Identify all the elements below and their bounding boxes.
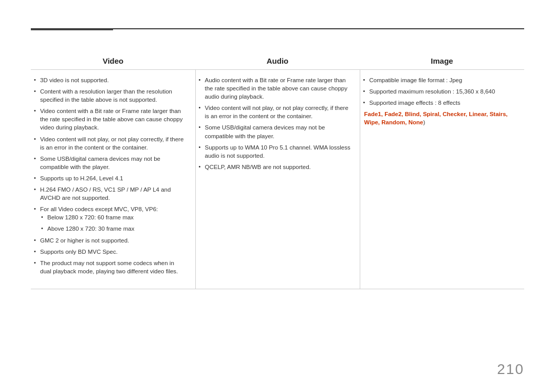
video-content: 3D video is not supported. Content with …	[31, 70, 195, 289]
list-item: QCELP, AMR NB/WB are not supported.	[198, 163, 351, 171]
list-item: H.264 FMO / ASO / RS, VC1 SP / MP / AP L…	[33, 185, 187, 202]
list-item: The product may not support some codecs …	[33, 259, 187, 275]
sub-list-item: Below 1280 x 720: 60 frame max	[40, 213, 187, 221]
list-item: Some USB/digital camera devices may not …	[198, 123, 351, 140]
list-item: Supports up to WMA 10 Pro 5.1 channel. W…	[198, 143, 351, 160]
image-effects-text: Fade1, Fade2, Blind, Spiral, Checker, Li…	[362, 110, 516, 126]
list-item: Supports only BD MVC Spec.	[33, 248, 187, 256]
sub-list: Below 1280 x 720: 60 frame max Above 128…	[40, 213, 187, 233]
image-header: Image	[360, 57, 524, 70]
list-item: Compatible image file format : Jpeg	[362, 76, 516, 84]
page-number: 210	[497, 361, 524, 378]
list-item: 3D video is not supported.	[33, 76, 187, 84]
list-item: GMC 2 or higher is not supported.	[33, 236, 187, 245]
audio-header: Audio	[195, 57, 360, 70]
image-list: Compatible image file format : Jpeg Supp…	[362, 76, 516, 107]
list-item: For all Video codecs except MVC, VP8, VP…	[33, 205, 187, 233]
list-item: Content with a resolution larger than th…	[33, 87, 187, 104]
list-item: Video content will not play, or not play…	[33, 135, 187, 152]
list-item: Supports up to H.264, Level 4.1	[33, 174, 187, 182]
list-item: Audio content with a Bit rate or Frame r…	[198, 76, 351, 101]
list-item: Video content will not play, or not play…	[198, 104, 351, 120]
content-area: Video Audio Image 3D video is not suppor…	[31, 57, 524, 289]
page-container: Video Audio Image 3D video is not suppor…	[0, 0, 555, 392]
audio-content: Audio content with a Bit rate or Frame r…	[195, 70, 360, 289]
image-effects-suffix: )	[423, 119, 425, 125]
list-item: Supported image effects : 8 effects	[362, 99, 516, 107]
video-list: 3D video is not supported. Content with …	[33, 76, 187, 275]
main-table: Video Audio Image 3D video is not suppor…	[31, 57, 524, 289]
list-item: Some USB/digital camera devices may not …	[33, 155, 187, 171]
list-item: Video content with a Bit rate or Frame r…	[33, 107, 187, 132]
video-header: Video	[31, 57, 195, 70]
image-effects-highlight: Fade1, Fade2, Blind, Spiral, Checker, Li…	[364, 111, 508, 125]
image-content: Compatible image file format : Jpeg Supp…	[360, 70, 524, 289]
sub-list-item: Above 1280 x 720: 30 frame max	[40, 225, 187, 233]
list-item: Supported maximum resolution : 15,360 x …	[362, 87, 516, 96]
top-rule	[31, 28, 524, 29]
audio-list: Audio content with a Bit rate or Frame r…	[198, 76, 351, 171]
